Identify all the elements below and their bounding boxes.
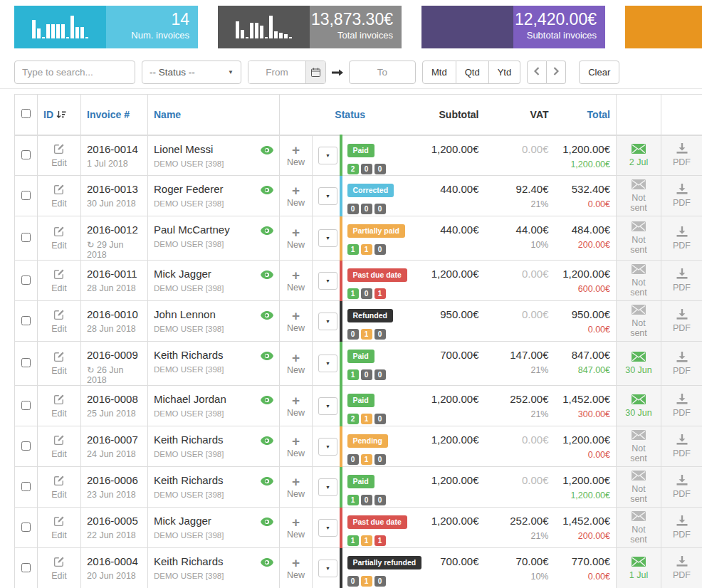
edit-button[interactable]: Edit bbox=[38, 301, 81, 342]
row-checkbox[interactable] bbox=[21, 358, 31, 367]
new-invoice-button[interactable]: + New bbox=[280, 261, 313, 301]
column-header-vat[interactable]: VAT bbox=[485, 95, 555, 135]
edit-button[interactable]: Edit bbox=[38, 386, 81, 426]
new-invoice-button[interactable]: + New bbox=[280, 426, 313, 467]
row-checkbox[interactable] bbox=[21, 482, 31, 491]
edit-button[interactable]: Edit bbox=[38, 261, 81, 301]
status-select[interactable]: -- Status -- ▼ bbox=[142, 61, 241, 84]
invoice-number: 2016-0012 bbox=[87, 224, 142, 236]
send-email-button[interactable]: 2 Jul bbox=[617, 135, 661, 176]
mtd-button[interactable]: Mtd bbox=[422, 61, 456, 84]
view-invoice-icon[interactable] bbox=[261, 516, 273, 528]
view-invoice-icon[interactable] bbox=[261, 476, 273, 488]
view-invoice-icon[interactable] bbox=[261, 145, 273, 157]
new-invoice-button[interactable]: + New bbox=[280, 135, 313, 176]
view-invoice-icon[interactable] bbox=[261, 435, 273, 447]
date-to-input[interactable] bbox=[349, 61, 416, 84]
send-email-button[interactable]: Not sent bbox=[617, 467, 661, 508]
row-actions-dropdown[interactable]: ▼ bbox=[318, 438, 337, 456]
view-invoice-icon[interactable] bbox=[261, 269, 273, 281]
edit-button[interactable]: Edit bbox=[38, 342, 81, 386]
new-invoice-button[interactable]: + New bbox=[280, 508, 313, 548]
row-checkbox[interactable] bbox=[21, 401, 31, 410]
download-pdf-button[interactable]: PDF bbox=[661, 508, 702, 548]
send-email-button[interactable]: Not sent bbox=[617, 426, 661, 467]
qtd-button[interactable]: Qtd bbox=[456, 61, 489, 84]
calendar-button[interactable] bbox=[305, 61, 325, 83]
send-email-button[interactable]: 1 Jul bbox=[617, 548, 661, 588]
date-from-input[interactable] bbox=[248, 61, 305, 83]
column-header-subtotal[interactable]: Subtotal bbox=[421, 95, 485, 135]
new-invoice-button[interactable]: + New bbox=[280, 467, 313, 508]
column-header-id[interactable]: ID bbox=[38, 95, 81, 135]
edit-button[interactable]: Edit bbox=[38, 216, 81, 261]
column-header-status[interactable]: Status bbox=[280, 95, 421, 135]
download-pdf-button[interactable]: PDF bbox=[661, 467, 702, 508]
row-actions-dropdown[interactable]: ▼ bbox=[318, 313, 337, 330]
send-email-button[interactable]: Not sent bbox=[617, 301, 661, 342]
row-actions-dropdown[interactable]: ▼ bbox=[318, 355, 337, 372]
edit-button[interactable]: Edit bbox=[38, 548, 81, 588]
row-checkbox[interactable] bbox=[21, 233, 31, 242]
download-pdf-button[interactable]: PDF bbox=[661, 426, 702, 467]
row-actions-dropdown[interactable]: ▼ bbox=[318, 519, 337, 537]
new-invoice-button[interactable]: + New bbox=[280, 548, 313, 588]
send-email-button[interactable]: Not sent bbox=[617, 261, 661, 301]
send-email-button[interactable]: Not sent bbox=[617, 508, 661, 548]
download-pdf-button[interactable]: PDF bbox=[661, 342, 702, 386]
edit-button[interactable]: Edit bbox=[38, 426, 81, 467]
download-pdf-button[interactable]: PDF bbox=[661, 135, 702, 176]
prev-period-button[interactable] bbox=[527, 61, 547, 84]
send-email-button[interactable]: Not sent bbox=[617, 176, 661, 216]
row-checkbox[interactable] bbox=[21, 191, 31, 200]
row-actions-dropdown[interactable]: ▼ bbox=[318, 229, 337, 247]
edit-button[interactable]: Edit bbox=[38, 135, 81, 176]
row-checkbox[interactable] bbox=[21, 150, 31, 159]
clear-button[interactable]: Clear bbox=[579, 61, 619, 84]
new-invoice-button[interactable]: + New bbox=[280, 301, 313, 342]
column-header-total[interactable]: Total bbox=[555, 95, 617, 135]
download-pdf-button[interactable]: PDF bbox=[661, 216, 702, 261]
download-pdf-button[interactable]: PDF bbox=[661, 261, 702, 301]
customer-name: Keith Richards bbox=[154, 474, 261, 486]
column-header-invoice[interactable]: Invoice # bbox=[81, 95, 148, 135]
row-checkbox[interactable] bbox=[21, 523, 31, 532]
new-invoice-button[interactable]: + New bbox=[280, 216, 313, 261]
view-invoice-icon[interactable] bbox=[261, 310, 273, 322]
column-header-name[interactable]: Name bbox=[148, 95, 280, 135]
next-period-button[interactable] bbox=[547, 61, 566, 84]
send-email-button[interactable]: 30 Jun bbox=[617, 386, 661, 426]
select-all-checkbox[interactable] bbox=[21, 109, 31, 118]
new-invoice-button[interactable]: + New bbox=[280, 386, 313, 426]
row-actions-dropdown[interactable]: ▼ bbox=[318, 478, 337, 496]
send-email-button[interactable]: 30 Jun bbox=[617, 342, 661, 386]
new-invoice-button[interactable]: + New bbox=[280, 342, 313, 386]
edit-button[interactable]: Edit bbox=[38, 508, 81, 548]
row-checkbox[interactable] bbox=[21, 316, 31, 325]
row-checkbox[interactable] bbox=[21, 275, 31, 285]
row-actions-dropdown[interactable]: ▼ bbox=[318, 272, 337, 290]
view-invoice-icon[interactable] bbox=[261, 184, 273, 196]
edit-button[interactable]: Edit bbox=[38, 467, 81, 508]
view-invoice-icon[interactable] bbox=[261, 225, 273, 237]
view-invoice-icon[interactable] bbox=[261, 557, 273, 569]
row-actions-dropdown[interactable]: ▼ bbox=[318, 147, 337, 164]
row-checkbox[interactable] bbox=[21, 563, 31, 572]
ytd-button[interactable]: Ytd bbox=[489, 61, 521, 84]
download-pdf-button[interactable]: PDF bbox=[661, 301, 702, 342]
row-actions-dropdown[interactable]: ▼ bbox=[318, 397, 337, 415]
row-actions-dropdown[interactable]: ▼ bbox=[318, 560, 337, 577]
download-pdf-button[interactable]: PDF bbox=[661, 548, 702, 588]
edit-label: Edit bbox=[43, 366, 75, 376]
new-invoice-button[interactable]: + New bbox=[280, 176, 313, 216]
view-invoice-icon[interactable] bbox=[261, 350, 273, 362]
download-pdf-button[interactable]: PDF bbox=[661, 176, 702, 216]
view-invoice-icon[interactable] bbox=[261, 394, 273, 406]
edit-button[interactable]: Edit bbox=[38, 176, 81, 216]
envelope-icon bbox=[632, 179, 646, 191]
row-checkbox[interactable] bbox=[21, 441, 31, 451]
download-pdf-button[interactable]: PDF bbox=[661, 386, 702, 426]
search-input[interactable] bbox=[14, 61, 135, 84]
row-actions-dropdown[interactable]: ▼ bbox=[318, 187, 337, 205]
send-email-button[interactable]: Not sent bbox=[617, 216, 661, 261]
